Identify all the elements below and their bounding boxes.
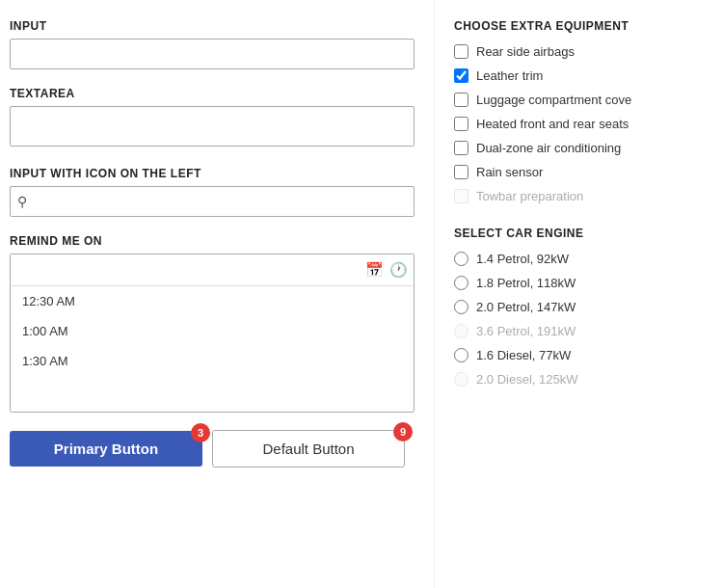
input-section: INPUT <box>10 19 415 69</box>
checkbox-input[interactable] <box>454 117 469 131</box>
input-icon-section: INPUT WITH ICON ON THE LEFT ⚲ <box>10 167 415 217</box>
radio-item[interactable]: 1.6 Diesel, 77kW <box>454 348 713 362</box>
radio-input[interactable] <box>454 300 469 314</box>
time-item[interactable]: 12:30 AM <box>11 286 414 316</box>
remind-label: REMIND ME ON <box>10 234 415 248</box>
radio-label: 1.6 Diesel, 77kW <box>476 348 571 362</box>
input-label: INPUT <box>10 19 415 33</box>
calendar-icon[interactable]: 📅 <box>365 261 384 279</box>
time-item[interactable]: 1:00 AM <box>11 316 414 346</box>
radio-label: 2.0 Petrol, 147kW <box>476 300 576 314</box>
default-button-badge: 9 <box>393 422 413 441</box>
primary-button-badge: 3 <box>191 423 210 442</box>
primary-button-wrapper: Primary Button 3 <box>10 431 202 467</box>
equipment-title: CHOOSE EXTRA EQUIPMENT <box>454 19 713 33</box>
buttons-row: Primary Button 3 Default Button 9 <box>10 430 415 468</box>
textarea-section: TEXTAREA <box>10 87 415 149</box>
checkbox-label: Rain sensor <box>476 165 543 179</box>
textarea-field[interactable] <box>10 106 415 147</box>
input-icon-wrapper: ⚲ <box>10 186 415 217</box>
checkbox-list: Rear side airbagsLeather trimLuggage com… <box>454 44 713 203</box>
checkbox-item[interactable]: Rear side airbags <box>454 44 713 59</box>
radio-item[interactable]: 1.4 Petrol, 92kW <box>454 252 713 266</box>
radio-input[interactable] <box>454 276 469 290</box>
radio-label: 1.8 Petrol, 118kW <box>476 276 576 290</box>
checkbox-item[interactable]: Heated front and rear seats <box>454 117 713 131</box>
checkbox-item[interactable]: Towbar preparation <box>454 189 713 203</box>
radio-label: 2.0 Diesel, 125kW <box>476 372 578 387</box>
radio-item[interactable]: 2.0 Petrol, 147kW <box>454 300 713 314</box>
checkbox-item[interactable]: Leather trim <box>454 68 713 83</box>
default-button-wrapper: Default Button 9 <box>212 430 405 468</box>
checkbox-input[interactable] <box>454 93 469 107</box>
checkbox-item[interactable]: Rain sensor <box>454 165 713 179</box>
checkbox-input <box>454 189 469 203</box>
input-icon-label: INPUT WITH ICON ON THE LEFT <box>10 167 415 180</box>
radio-item[interactable]: 2.0 Diesel, 125kW <box>454 372 713 387</box>
checkbox-label: Leather trim <box>476 68 543 83</box>
checkbox-input[interactable] <box>454 44 469 59</box>
datetime-icons: 📅 🕐 <box>360 261 414 279</box>
checkbox-item[interactable]: Dual-zone air conditioning <box>454 141 713 155</box>
radio-list: 1.4 Petrol, 92kW1.8 Petrol, 118kW2.0 Pet… <box>454 252 713 387</box>
radio-item[interactable]: 1.8 Petrol, 118kW <box>454 276 713 290</box>
checkbox-label: Luggage compartment cove <box>476 93 631 107</box>
input-field[interactable] <box>10 39 415 69</box>
checkbox-input[interactable] <box>454 68 469 83</box>
radio-input <box>454 324 469 338</box>
right-panel: CHOOSE EXTRA EQUIPMENT Rear side airbags… <box>434 0 723 588</box>
radio-label: 1.4 Petrol, 92kW <box>476 252 569 266</box>
checkbox-label: Heated front and rear seats <box>476 117 629 131</box>
datetime-input[interactable] <box>11 254 360 285</box>
checkbox-input[interactable] <box>454 165 469 179</box>
engine-section: SELECT CAR ENGINE 1.4 Petrol, 92kW1.8 Pe… <box>454 227 713 387</box>
equipment-section: CHOOSE EXTRA EQUIPMENT Rear side airbags… <box>454 19 713 203</box>
textarea-label: TEXTAREA <box>10 87 415 100</box>
time-item[interactable]: 1:30 AM <box>11 346 414 376</box>
checkbox-label: Dual-zone air conditioning <box>476 141 621 155</box>
radio-input <box>454 372 469 387</box>
engine-title: SELECT CAR ENGINE <box>454 227 713 240</box>
radio-label: 3.6 Petrol, 191kW <box>476 324 576 338</box>
left-panel: INPUT TEXTAREA INPUT WITH ICON ON THE LE… <box>0 0 434 588</box>
time-list[interactable]: 12:30 AM1:00 AM1:30 AM <box>11 286 414 412</box>
radio-input[interactable] <box>454 252 469 266</box>
radio-input[interactable] <box>454 348 469 362</box>
datetime-wrapper: 📅 🕐 12:30 AM1:00 AM1:30 AM <box>10 254 415 413</box>
clock-icon[interactable]: 🕐 <box>389 261 408 279</box>
primary-button[interactable]: Primary Button <box>10 431 202 467</box>
checkbox-label: Rear side airbags <box>476 44 575 59</box>
checkbox-label: Towbar preparation <box>476 189 583 203</box>
radio-item[interactable]: 3.6 Petrol, 191kW <box>454 324 713 338</box>
checkbox-input[interactable] <box>454 141 469 155</box>
checkbox-item[interactable]: Luggage compartment cove <box>454 93 713 107</box>
remind-section: REMIND ME ON 📅 🕐 12:30 AM1:00 AM1:30 AM <box>10 234 415 413</box>
datetime-top: 📅 🕐 <box>11 254 414 286</box>
input-icon-field[interactable] <box>10 186 415 217</box>
default-button[interactable]: Default Button <box>212 430 405 468</box>
